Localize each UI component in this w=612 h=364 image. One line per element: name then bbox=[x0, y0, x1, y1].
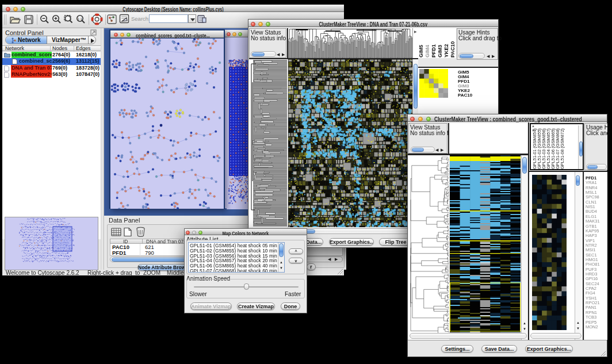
svg-text:1:1: 1:1 bbox=[78, 17, 83, 21]
